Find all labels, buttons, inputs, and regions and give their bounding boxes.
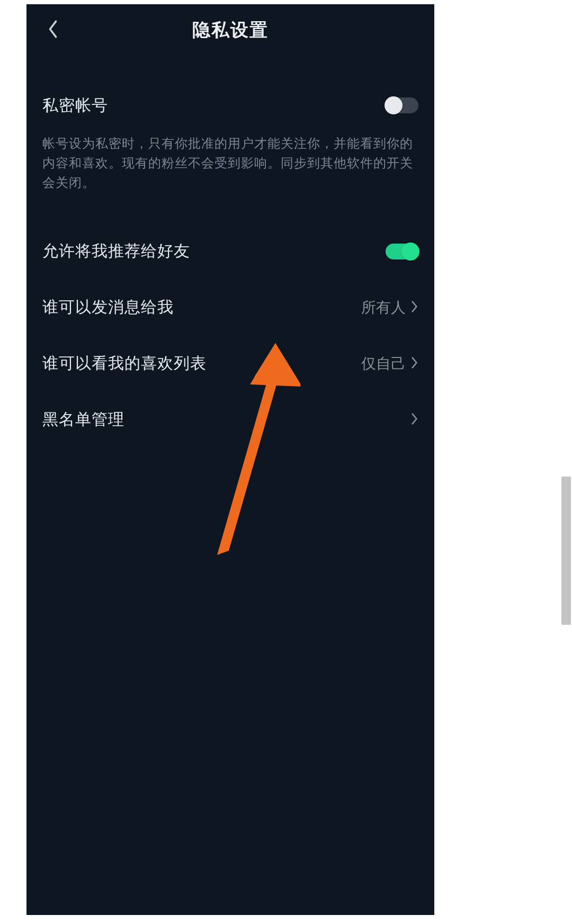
scrollbar-thumb[interactable]: [561, 477, 571, 625]
row-label: 谁可以发消息给我: [42, 297, 174, 318]
row-label: 允许将我推荐给好友: [42, 240, 190, 262]
chevron-left-icon: [47, 19, 59, 41]
row-value: 仅自己: [361, 354, 406, 374]
row-private-account[interactable]: 私密帐号: [42, 77, 418, 133]
row-label: 黑名单管理: [42, 409, 124, 430]
row-label: 谁可以看我的喜欢列表: [42, 353, 207, 374]
chevron-right-icon: [411, 356, 418, 371]
private-account-description: 帐号设为私密时，只有你批准的用户才能关注你，并能看到你的内容和喜欢。现有的粉丝不…: [42, 133, 418, 202]
app-screen: 隐私设置 私密帐号 帐号设为私密时，只有你批准的用户才能关注你，并能看到你的内容…: [26, 4, 434, 915]
chevron-right-icon: [411, 412, 418, 427]
toggle-private-account[interactable]: [386, 97, 418, 113]
row-recommend-to-friends[interactable]: 允许将我推荐给好友: [42, 223, 418, 280]
row-who-can-see-likes[interactable]: 谁可以看我的喜欢列表 仅自己: [42, 336, 418, 392]
row-value: 所有人: [361, 298, 406, 318]
chevron-right-icon: [411, 300, 418, 315]
row-who-can-message[interactable]: 谁可以发消息给我 所有人: [42, 280, 418, 336]
row-blacklist[interactable]: 黑名单管理: [42, 392, 418, 448]
toggle-recommend-to-friends[interactable]: [386, 244, 418, 259]
row-label: 私密帐号: [42, 95, 108, 116]
back-button[interactable]: [37, 4, 69, 56]
toggle-knob: [385, 96, 403, 114]
page-container: 隐私设置 私密帐号 帐号设为私密时，只有你批准的用户才能关注你，并能看到你的内容…: [0, 0, 572, 924]
toggle-knob: [401, 243, 419, 261]
page-title: 隐私设置: [192, 18, 269, 42]
settings-list: 私密帐号 帐号设为私密时，只有你批准的用户才能关注你，并能看到你的内容和喜欢。现…: [26, 56, 434, 448]
header-bar: 隐私设置: [26, 4, 434, 56]
